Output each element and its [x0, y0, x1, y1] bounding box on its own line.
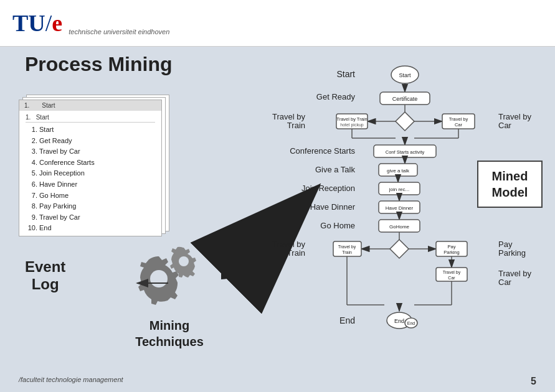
svg-text:Give a Talk: Give a Talk: [315, 165, 356, 174]
list-item: Join Reception: [39, 168, 155, 179]
svg-text:join rec...: join rec...: [389, 187, 409, 192]
svg-rect-28: [379, 164, 417, 176]
svg-text:Start: Start: [399, 72, 411, 78]
list-item: Conference Starts: [39, 157, 155, 169]
log-header-col1: 1.: [24, 102, 29, 109]
svg-text:Car: Car: [498, 278, 512, 287]
list-item: End: [39, 223, 155, 234]
log-sub-header: 1. Start: [26, 113, 155, 123]
svg-text:Car: Car: [448, 276, 455, 280]
svg-point-0: [150, 270, 168, 287]
list-item: Have Dinner: [39, 179, 155, 190]
svg-text:Get Ready: Get Ready: [316, 92, 356, 101]
svg-text:Join Reception: Join Reception: [301, 184, 355, 193]
svg-text:Conf Starts activity: Conf Starts activity: [386, 149, 425, 155]
log-card-front: 1. Start 1. Start Start Get Ready Travel…: [19, 100, 162, 236]
svg-text:Car: Car: [498, 121, 512, 130]
log-header-col2: Start: [42, 102, 55, 109]
svg-text:give a talk: give a talk: [387, 168, 410, 174]
list-item: Travel by Car: [39, 212, 155, 223]
svg-rect-37: [379, 220, 420, 232]
svg-text:Certificate: Certificate: [392, 96, 418, 102]
svg-text:Travel by: Travel by: [498, 269, 531, 278]
svg-rect-25: [374, 145, 436, 157]
list-item: Pay Parking: [39, 201, 155, 212]
svg-marker-11: [396, 112, 414, 131]
svg-rect-34: [379, 201, 420, 213]
logo: TU / e technische universiteit eindhoven: [12, 9, 169, 37]
svg-text:End: End: [339, 315, 355, 325]
list-item: Start: [39, 124, 155, 136]
svg-rect-17: [442, 114, 475, 129]
svg-text:Parking: Parking: [498, 248, 526, 258]
footer: /faculteit technologie management 5: [0, 376, 555, 387]
svg-text:Have Dinner: Have Dinner: [386, 205, 414, 211]
page-title: Process Mining: [25, 53, 173, 76]
svg-text:GoHome: GoHome: [389, 224, 410, 230]
svg-text:Travel by: Travel by: [449, 116, 468, 122]
svg-rect-13: [336, 114, 368, 129]
svg-text:Pay: Pay: [448, 244, 456, 250]
svg-text:Train: Train: [287, 121, 305, 130]
svg-text:End: End: [407, 321, 415, 325]
svg-text:Conference Starts: Conference Starts: [290, 146, 355, 156]
svg-text:hotel pickup: hotel pickup: [340, 123, 363, 128]
logo-tu: TU: [12, 9, 45, 37]
svg-rect-31: [379, 182, 420, 195]
svg-point-60: [405, 318, 417, 328]
svg-text:Pay: Pay: [498, 240, 513, 249]
svg-text:Travel by: Travel by: [498, 112, 531, 121]
svg-text:Go Home: Go Home: [320, 221, 355, 230]
svg-point-5: [391, 66, 419, 83]
header: TU / e technische universiteit eindhoven: [0, 0, 555, 47]
log-header: 1. Start: [19, 100, 161, 111]
footer-left: /faculteit technologie management: [19, 376, 123, 387]
event-log-label: Event Log: [25, 258, 65, 293]
svg-text:End: End: [394, 318, 404, 324]
svg-text:Start: Start: [336, 69, 355, 79]
svg-point-1: [179, 256, 189, 266]
log-items-list: Start Get Ready Travel by Car Conference…: [26, 124, 155, 234]
svg-text:Travel by: Travel by: [272, 112, 305, 121]
svg-text:Travel by: Travel by: [443, 270, 461, 275]
svg-rect-8: [380, 92, 430, 105]
list-item: Go Home: [39, 190, 155, 202]
svg-text:Have Dinner: Have Dinner: [310, 202, 356, 212]
svg-text:Travel by: Travel by: [338, 245, 356, 250]
svg-rect-46: [436, 241, 467, 256]
svg-text:Train: Train: [342, 250, 352, 254]
svg-text:Car: Car: [455, 122, 463, 128]
list-item: Get Ready: [39, 136, 155, 147]
logo-subtitle: technische universiteit eindhoven: [69, 28, 169, 35]
svg-marker-40: [390, 240, 409, 258]
logo-e: e: [52, 9, 62, 37]
svg-text:Travel by: Travel by: [272, 240, 305, 249]
svg-text:Train: Train: [287, 248, 305, 258]
svg-text:Parking: Parking: [444, 250, 459, 255]
svg-rect-50: [436, 268, 467, 281]
gears-area: [125, 243, 206, 305]
list-item: Travel by Car: [39, 146, 155, 157]
svg-text:Travel by Train: Travel by Train: [336, 116, 367, 122]
logo-slash: /: [45, 9, 52, 37]
svg-rect-42: [333, 241, 361, 256]
mining-techniques-label: Mining Techniques: [120, 317, 219, 350]
footer-right: 5: [531, 376, 536, 387]
mined-model-box: Mined Model: [477, 161, 543, 208]
svg-point-58: [387, 312, 412, 329]
